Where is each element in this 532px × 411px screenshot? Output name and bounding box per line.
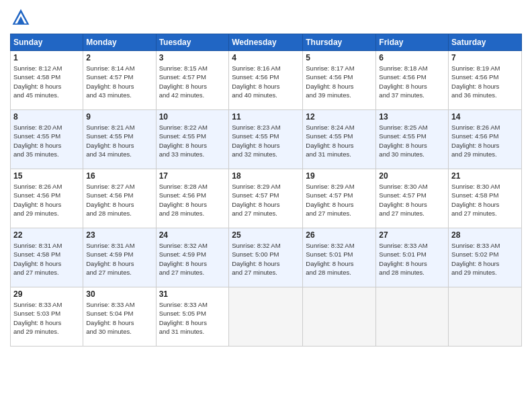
calendar-cell: 22Sunrise: 8:31 AM Sunset: 4:58 PM Dayli… [11,228,83,287]
calendar-cell: 12Sunrise: 8:24 AM Sunset: 4:55 PM Dayli… [303,110,376,169]
day-number: 14 [451,112,519,122]
day-info: Sunrise: 8:27 AM Sunset: 4:56 PM Dayligh… [86,182,152,218]
day-number: 17 [159,171,226,181]
day-number: 28 [451,230,519,240]
calendar-cell: 27Sunrise: 8:33 AM Sunset: 5:01 PM Dayli… [376,228,449,287]
day-number: 30 [86,289,152,299]
calendar-week-2: 8Sunrise: 8:20 AM Sunset: 4:55 PM Daylig… [11,110,522,169]
calendar-cell: 24Sunrise: 8:32 AM Sunset: 4:59 PM Dayli… [156,228,229,287]
day-info: Sunrise: 8:32 AM Sunset: 4:59 PM Dayligh… [159,241,226,277]
day-info: Sunrise: 8:14 AM Sunset: 4:57 PM Dayligh… [86,64,152,99]
day-number: 18 [232,171,300,181]
day-number: 11 [232,112,300,122]
calendar-cell: 10Sunrise: 8:22 AM Sunset: 4:55 PM Dayli… [156,110,229,169]
day-header-wednesday: Wednesday [229,34,303,51]
calendar-body: 1Sunrise: 8:12 AM Sunset: 4:58 PM Daylig… [11,51,522,347]
day-info: Sunrise: 8:31 AM Sunset: 4:58 PM Dayligh… [13,241,80,277]
day-header-sunday: Sunday [11,34,83,51]
calendar-cell: 13Sunrise: 8:25 AM Sunset: 4:55 PM Dayli… [376,110,449,169]
calendar-cell: 29Sunrise: 8:33 AM Sunset: 5:03 PM Dayli… [11,287,83,347]
day-info: Sunrise: 8:18 AM Sunset: 4:56 PM Dayligh… [379,64,445,99]
calendar-cell: 14Sunrise: 8:26 AM Sunset: 4:56 PM Dayli… [449,110,522,169]
calendar-week-5: 29Sunrise: 8:33 AM Sunset: 5:03 PM Dayli… [11,287,522,347]
calendar-cell: 16Sunrise: 8:27 AM Sunset: 4:56 PM Dayli… [83,169,156,228]
day-info: Sunrise: 8:31 AM Sunset: 4:59 PM Dayligh… [86,241,152,277]
logo [10,7,34,28]
day-number: 12 [306,112,373,122]
day-info: Sunrise: 8:30 AM Sunset: 4:58 PM Dayligh… [451,182,519,218]
day-info: Sunrise: 8:26 AM Sunset: 4:56 PM Dayligh… [13,182,80,218]
day-number: 23 [86,230,152,240]
day-info: Sunrise: 8:16 AM Sunset: 4:56 PM Dayligh… [232,64,300,99]
day-number: 4 [232,53,300,62]
calendar-cell: 20Sunrise: 8:30 AM Sunset: 4:57 PM Dayli… [376,169,449,228]
calendar-header-row: SundayMondayTuesdayWednesdayThursdayFrid… [11,34,522,51]
day-number: 15 [13,171,80,181]
day-number: 19 [306,171,373,181]
calendar-cell: 2Sunrise: 8:14 AM Sunset: 4:57 PM Daylig… [83,51,156,110]
calendar-table: SundayMondayTuesdayWednesdayThursdayFrid… [10,34,522,347]
day-number: 31 [159,289,226,299]
day-info: Sunrise: 8:12 AM Sunset: 4:58 PM Dayligh… [13,64,80,99]
day-number: 21 [451,171,519,181]
calendar-page: SundayMondayTuesdayWednesdayThursdayFrid… [0,0,532,411]
day-number: 25 [232,230,300,240]
day-number: 20 [379,171,445,181]
day-info: Sunrise: 8:33 AM Sunset: 5:02 PM Dayligh… [451,241,519,277]
day-number: 9 [86,112,152,122]
day-info: Sunrise: 8:29 AM Sunset: 4:57 PM Dayligh… [306,182,373,218]
day-info: Sunrise: 8:24 AM Sunset: 4:55 PM Dayligh… [306,123,373,158]
calendar-cell: 25Sunrise: 8:32 AM Sunset: 5:00 PM Dayli… [229,228,303,287]
day-info: Sunrise: 8:32 AM Sunset: 5:00 PM Dayligh… [232,241,300,277]
calendar-cell: 11Sunrise: 8:23 AM Sunset: 4:55 PM Dayli… [229,110,303,169]
day-info: Sunrise: 8:30 AM Sunset: 4:57 PM Dayligh… [379,182,445,218]
calendar-week-1: 1Sunrise: 8:12 AM Sunset: 4:58 PM Daylig… [11,51,522,110]
day-number: 29 [13,289,80,299]
calendar-cell: 5Sunrise: 8:17 AM Sunset: 4:56 PM Daylig… [303,51,376,110]
calendar-cell: 6Sunrise: 8:18 AM Sunset: 4:56 PM Daylig… [376,51,449,110]
page-header [10,7,522,28]
calendar-cell: 21Sunrise: 8:30 AM Sunset: 4:58 PM Dayli… [449,169,522,228]
day-number: 8 [13,112,80,122]
day-number: 5 [306,53,373,62]
day-number: 10 [159,112,226,122]
day-info: Sunrise: 8:33 AM Sunset: 5:03 PM Dayligh… [13,300,80,336]
calendar-cell: 30Sunrise: 8:33 AM Sunset: 5:04 PM Dayli… [83,287,156,347]
calendar-week-4: 22Sunrise: 8:31 AM Sunset: 4:58 PM Dayli… [11,228,522,287]
day-info: Sunrise: 8:19 AM Sunset: 4:56 PM Dayligh… [451,64,519,99]
day-info: Sunrise: 8:25 AM Sunset: 4:55 PM Dayligh… [379,123,445,158]
day-header-saturday: Saturday [449,34,522,51]
calendar-cell: 9Sunrise: 8:21 AM Sunset: 4:55 PM Daylig… [83,110,156,169]
calendar-cell: 4Sunrise: 8:16 AM Sunset: 4:56 PM Daylig… [229,51,303,110]
day-number: 2 [86,53,152,62]
day-number: 27 [379,230,445,240]
calendar-cell [449,287,522,347]
day-info: Sunrise: 8:32 AM Sunset: 5:01 PM Dayligh… [306,241,373,277]
day-info: Sunrise: 8:33 AM Sunset: 5:05 PM Dayligh… [159,300,226,336]
calendar-cell: 15Sunrise: 8:26 AM Sunset: 4:56 PM Dayli… [11,169,83,228]
calendar-cell [303,287,376,347]
day-info: Sunrise: 8:23 AM Sunset: 4:55 PM Dayligh… [232,123,300,158]
calendar-cell: 26Sunrise: 8:32 AM Sunset: 5:01 PM Dayli… [303,228,376,287]
calendar-week-3: 15Sunrise: 8:26 AM Sunset: 4:56 PM Dayli… [11,169,522,228]
calendar-cell: 18Sunrise: 8:29 AM Sunset: 4:57 PM Dayli… [229,169,303,228]
day-header-monday: Monday [83,34,156,51]
day-info: Sunrise: 8:26 AM Sunset: 4:56 PM Dayligh… [451,123,519,158]
calendar-cell: 28Sunrise: 8:33 AM Sunset: 5:02 PM Dayli… [449,228,522,287]
day-header-thursday: Thursday [303,34,376,51]
calendar-cell: 8Sunrise: 8:20 AM Sunset: 4:55 PM Daylig… [11,110,83,169]
calendar-cell: 23Sunrise: 8:31 AM Sunset: 4:59 PM Dayli… [83,228,156,287]
day-info: Sunrise: 8:33 AM Sunset: 5:01 PM Dayligh… [379,241,445,277]
day-info: Sunrise: 8:28 AM Sunset: 4:56 PM Dayligh… [159,182,226,218]
day-number: 6 [379,53,445,62]
day-number: 22 [13,230,80,240]
day-info: Sunrise: 8:33 AM Sunset: 5:04 PM Dayligh… [86,300,152,336]
day-info: Sunrise: 8:21 AM Sunset: 4:55 PM Dayligh… [86,123,152,158]
calendar-cell: 31Sunrise: 8:33 AM Sunset: 5:05 PM Dayli… [156,287,229,347]
day-info: Sunrise: 8:17 AM Sunset: 4:56 PM Dayligh… [306,64,373,99]
day-number: 26 [306,230,373,240]
calendar-cell: 19Sunrise: 8:29 AM Sunset: 4:57 PM Dayli… [303,169,376,228]
calendar-cell [376,287,449,347]
day-header-friday: Friday [376,34,449,51]
calendar-cell: 3Sunrise: 8:15 AM Sunset: 4:57 PM Daylig… [156,51,229,110]
